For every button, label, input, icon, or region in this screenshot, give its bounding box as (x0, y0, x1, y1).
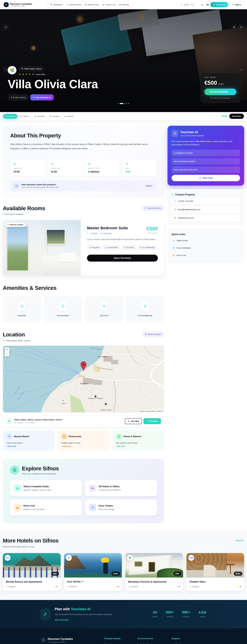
language-selector[interactable]: GB (206, 4, 209, 6)
tab-rooms[interactable]: Rooms (18, 114, 31, 118)
check-circle-icon (105, 246, 107, 248)
directions-button[interactable]: Directions (143, 418, 161, 424)
sparkle-icon: ✦ (10, 6, 11, 7)
quick-link-sifnos-guide[interactable]: Sifnos Guide› (172, 237, 240, 244)
hotel-card-morpheas[interactable]: M €90+ Morpheas Pension & Apartments Kam… (125, 553, 183, 591)
quick-link-ferry-schedules[interactable]: Ferry Schedules› (172, 244, 240, 252)
ask-ai-banner[interactable]: Have questions about this property? Our … (10, 180, 157, 191)
brand[interactable]: ✦ Discover Cyclades ✦Powered by Tourista… (3, 2, 32, 7)
globe-icon (174, 217, 176, 219)
reviews-badge[interactable]: ★ 5 (48 reviews) (8, 94, 28, 100)
tabbar-price: €500 (222, 115, 228, 118)
arrow-right-icon: → (229, 90, 231, 93)
ask-touristas-ai-button[interactable]: ✦ Ask Touristas AI (30, 94, 54, 100)
carousel-dot[interactable] (128, 103, 129, 104)
sign-in-button[interactable]: Sign In (230, 2, 244, 7)
stat-check-in: CHECK-IN 14:00 (10, 160, 45, 176)
nav-item-planning[interactable]: Planning (118, 3, 130, 7)
map-zoom-out[interactable]: − (5, 352, 9, 356)
check-availability-button[interactable]: Check Availability→ (205, 88, 236, 95)
car-icon (14, 504, 21, 511)
rooms-subtitle: 1 room types available (3, 213, 45, 215)
page-title: Villa Olivia Clara (8, 78, 98, 91)
map-zoom-in[interactable]: + (5, 348, 9, 352)
map[interactable]: 340 m Καμάρες Αγία Μαρίνα Δήμος Σιφαίων … (3, 346, 164, 412)
favorite-button[interactable] (238, 24, 244, 30)
help-me-choose-button[interactable]: ✦Help me choose (142, 205, 164, 211)
select-room-button[interactable]: Select This Room (87, 255, 158, 262)
ai-question-breakfast[interactable]: Is breakfast included? (172, 150, 240, 156)
brand-name: Discover Cyclades (10, 2, 32, 6)
carousel-dot[interactable] (124, 103, 125, 104)
contact-website[interactable]: villaoliviaclara.com ⧉ (172, 214, 240, 221)
property-avatar: 🌿 (8, 66, 16, 74)
heart-icon (240, 26, 242, 28)
explore-all-hotels[interactable]: All Hotels in SifnosCompare accommodatio… (85, 480, 157, 496)
about-heading: About This Property (10, 132, 157, 139)
touristas-ai-card: Touristas AI Your personal travel assist… (168, 126, 244, 186)
carousel-dot[interactable] (118, 103, 119, 104)
search-input[interactable]: Search ⌘ K (179, 2, 196, 7)
start-chat-button[interactable]: Start Chat (172, 175, 240, 181)
location-pill[interactable]: Platis Gialos, Sifnos (19, 66, 44, 71)
divider (198, 3, 198, 6)
hotel-photo: M €90+ (125, 553, 183, 578)
carousel-next-button[interactable]: › (238, 66, 244, 72)
pin-icon (50, 4, 52, 6)
ferry-icon (67, 4, 69, 6)
plan-title: Plan with Touristas AI (55, 607, 112, 611)
dark-mode-toggle[interactable] (200, 2, 205, 7)
tab-location[interactable]: Location (48, 114, 61, 118)
footer: ✦ Discover Cyclades ✦Powered by Tourista… (0, 628, 247, 644)
olive-tree-icon: 🌿 (10, 68, 14, 72)
footer-col-support: Support (172, 637, 206, 640)
contact-phone[interactable]: +30 697 1919 382 (172, 198, 240, 204)
footer-link-ferry-tickets[interactable]: Ferry Tickets (137, 643, 171, 644)
price-card: STAY FROM €500 /night Check Availability… (201, 73, 240, 103)
chevron-right-icon: › (77, 486, 78, 490)
footer-link-santorini[interactable]: Santorini (104, 643, 137, 644)
whats-nearby-button[interactable]: What's nearby? (142, 332, 164, 337)
plan-with-ai-band: Plan with Touristas AI Your personal AI … (0, 600, 247, 628)
tab-overview[interactable]: Overview (3, 114, 17, 118)
explore-sifnos-guide[interactable]: Sifnos Complete GuideBeaches, villages, … (10, 480, 82, 496)
carousel-dot[interactable] (126, 103, 127, 104)
chevron-right-icon: › (239, 240, 240, 242)
carousel-dot-active[interactable] (120, 103, 123, 104)
room-description: Luxury master suite with ensuite bath an… (87, 238, 158, 240)
nav-item-destinations[interactable]: Destinations (49, 3, 64, 7)
ai-card-title: Touristas AI (180, 130, 204, 134)
chevron-right-icon: › (152, 486, 153, 490)
ferry-icon (137, 643, 139, 644)
book-now-button[interactable]: Book Now (229, 114, 244, 119)
mountain-icon (14, 484, 21, 492)
share-icon (233, 26, 235, 28)
explore-rent-car[interactable]: Rent a CarExplore at your own pace › (10, 500, 82, 516)
start-planning-link[interactable]: Start Planning→ (55, 619, 112, 621)
hotel-card-meropi[interactable]: Meropi €60+ Meropi Rooms and Apartments … (3, 553, 61, 591)
explore-ferry-tickets[interactable]: Ferry TicketsBook your passage › (85, 500, 157, 516)
quick-link-rent-car[interactable]: Rent a Car› (172, 252, 240, 259)
touristas-ai-button[interactable]: ✦Touristas AI (211, 2, 228, 7)
nav-item-things-to-do[interactable]: Things to Do (101, 3, 117, 7)
share-button[interactable] (231, 24, 237, 30)
hotel-card-alk[interactable]: alk €150+ ALK HOTEL™ Kamares ★4 (64, 553, 122, 591)
waves-icon (140, 246, 141, 248)
ai-question-restaurants[interactable]: Best restaurants nearby? (172, 158, 240, 164)
view-all-link[interactable]: View All› (236, 540, 244, 542)
footer-link-help-center[interactable]: Help Center (172, 643, 206, 644)
back-button[interactable] (3, 24, 9, 30)
contact-email[interactable]: elena@villaoliviaclara.com (172, 206, 240, 213)
ai-question-port[interactable]: How to get there from port? (172, 166, 240, 173)
search-shortcut: ⌘ K (190, 4, 194, 6)
top-navbar: ✦ Discover Cyclades ✦Powered by Tourista… (0, 0, 247, 9)
view-map-button[interactable]: View Map (125, 418, 142, 424)
hotel-name: Morpheas Pension & Apartments (128, 580, 180, 583)
hotel-photo: Filadaki €350+ (186, 553, 244, 578)
tab-explore[interactable]: Explore (62, 114, 75, 118)
nav-item-where-to-stay[interactable]: Where to Stay (83, 3, 100, 7)
ask-ai-link[interactable]: Ask AI› (146, 185, 153, 187)
nav-item-getting-around[interactable]: Getting Around (65, 3, 83, 7)
tab-amenities[interactable]: Amenities (32, 114, 47, 118)
hotel-card-filadaki[interactable]: Filadaki €350+ Filadaki Villas Kamares ★… (186, 553, 244, 591)
